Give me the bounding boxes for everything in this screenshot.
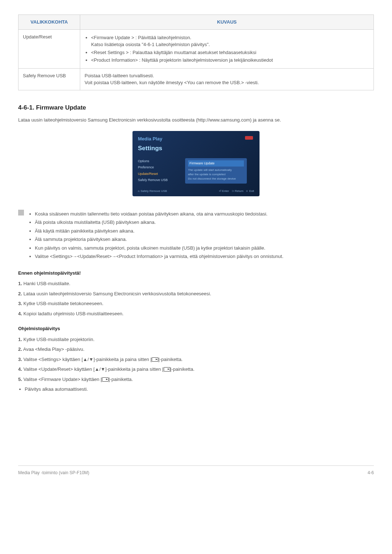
section-intro: Lataa uusin laiteohjelmistoversio Samsun… <box>18 116 374 124</box>
list-item: Älä sammuta projektoria päivityksen aika… <box>35 236 283 243</box>
table-row: Safely Remove USB Poistaa USB-laitteen t… <box>19 68 374 90</box>
screenshot-bottom-bar: ⎌ Safely Remove USB ⏎ Enter ⊃ Return ⤫ E… <box>138 189 254 193</box>
section-heading: 4-6-1. Firmware Update <box>18 103 374 112</box>
screenshot-mediaplay: Media Play <box>138 135 254 143</box>
table-row: Update/Reset <Firmware Update > : Päivit… <box>19 29 374 68</box>
screenshot-settings: Settings <box>138 144 254 153</box>
before-update-heading: Ennen ohjelmistopäivitystä! <box>18 270 374 277</box>
list-item: <Firmware Update > : Päivittää laiteohje… <box>91 34 369 48</box>
list-item: Valitse <Settings>→<Update/Reset>→<Produ… <box>35 253 283 260</box>
table-header-desc: KUVAUS <box>80 15 374 30</box>
usb-icon <box>245 136 253 140</box>
enter-icon <box>152 357 158 362</box>
enter-icon <box>164 367 170 372</box>
update-steps: 1. Kytke USB-muistilaite projektoriin. 2… <box>18 336 374 393</box>
row-label: Safely Remove USB <box>19 68 80 90</box>
caution-notes: Koska sisäiseen muistiin tallennettu tie… <box>18 209 374 262</box>
menu-description-table: VALIKKOKOHTA KUVAUS Update/Reset <Firmwa… <box>18 15 374 90</box>
list-item: Älä poista ulkoista muistilaitetta (USB)… <box>35 219 283 226</box>
screenshot-menu-left: Options Preference Update/Reset Safely R… <box>138 158 181 184</box>
list-item: <Product Information> : Näyttää projekto… <box>91 57 369 64</box>
update-heading: Ohjelmistopäivitys <box>18 325 374 332</box>
row-label: Update/Reset <box>19 29 80 68</box>
before-steps: 1. Hanki USB-muistilaite. 2. Lataa uusin… <box>18 280 374 317</box>
list-item: Kun päivitys on valmis, sammuta projekto… <box>35 245 283 252</box>
table-header-menu: VALIKKOKOHTA <box>19 15 80 30</box>
row-desc: Poistaa USB-laitteen turvallisesti. Voit… <box>80 68 374 90</box>
footer-left: Media Play -toiminto (vain SP-F10M) <box>18 469 89 476</box>
screenshot-menu-right: Firmware Update The update will start au… <box>185 158 247 184</box>
settings-screenshot: Media Play Settings Options Preference U… <box>132 131 260 196</box>
list-item: Päivitys alkaa automaattisesti. <box>25 386 374 393</box>
page-footer: Media Play -toiminto (vain SP-F10M) 4-6 <box>18 465 374 476</box>
list-item: Älä käytä mitään painikkeita päivityksen… <box>35 227 283 235</box>
list-item: <Reset Settings > : Palauttaa käyttäjän … <box>91 49 369 56</box>
note-icon <box>18 210 24 216</box>
list-item: Koska sisäiseen muistiin tallennettu tie… <box>35 210 283 218</box>
enter-icon <box>102 377 109 382</box>
footer-right: 4-6 <box>368 469 374 476</box>
row-desc: <Firmware Update > : Päivittää laiteohje… <box>80 29 374 68</box>
